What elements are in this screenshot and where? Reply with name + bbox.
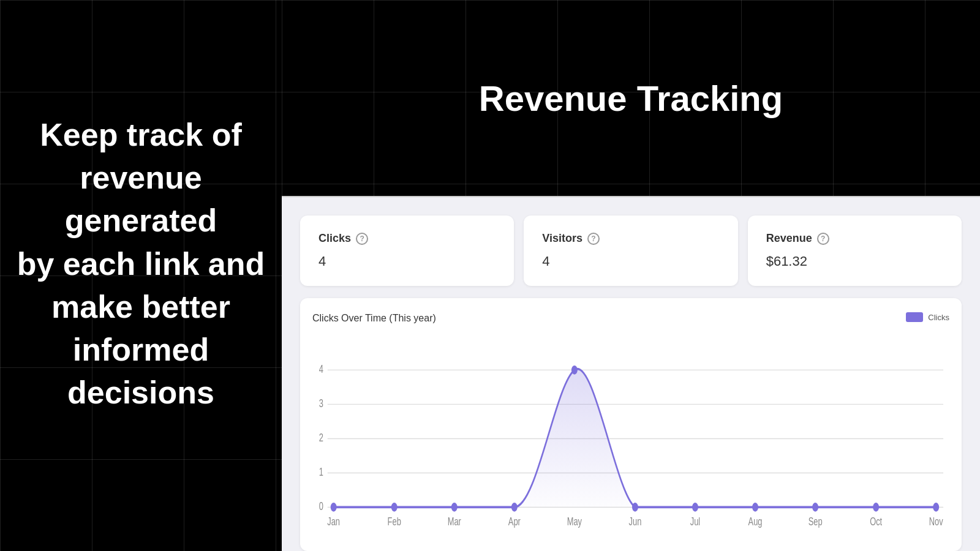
stat-label-clicks: Clicks (318, 232, 351, 245)
svg-text:Feb: Feb (388, 514, 401, 527)
svg-point-10 (331, 503, 337, 512)
tagline-container: Keep track of revenue generated by each … (0, 113, 282, 414)
svg-point-13 (511, 503, 518, 512)
svg-point-14 (571, 365, 578, 375)
svg-text:Jul: Jul (690, 514, 700, 527)
svg-text:Nov: Nov (929, 514, 944, 527)
chart-legend: Clicks (906, 312, 949, 322)
svg-text:Aug: Aug (748, 514, 763, 527)
stat-label-revenue: Revenue (766, 232, 812, 245)
svg-point-12 (451, 503, 458, 512)
tagline-line-2: revenue generated (12, 156, 270, 242)
svg-text:0: 0 (319, 499, 323, 512)
stat-value-visitors: 4 (542, 253, 719, 269)
page-title: Revenue Tracking (479, 78, 783, 119)
chart-svg-container: 0 1 2 3 4 (312, 331, 949, 539)
svg-text:2: 2 (319, 430, 323, 443)
svg-point-17 (752, 503, 758, 512)
chart-title: Clicks Over Time (This year) (312, 313, 436, 324)
stat-card-visitors-header: Visitors ? (542, 232, 719, 245)
svg-text:Mar: Mar (448, 514, 462, 527)
svg-point-20 (933, 503, 939, 512)
svg-text:Sep: Sep (809, 514, 823, 527)
tagline-line-5: informed decisions (12, 328, 270, 414)
tagline-line-4: make better (12, 285, 270, 328)
stat-card-clicks-header: Clicks ? (318, 232, 496, 245)
dashboard-section: Clicks ? 4 Visitors ? 4 Revenue ? $61.32 (282, 197, 980, 551)
stat-label-visitors: Visitors (542, 232, 582, 245)
legend-label-clicks: Clicks (928, 313, 949, 322)
stat-card-revenue: Revenue ? $61.32 (748, 216, 962, 286)
svg-text:Jan: Jan (327, 514, 340, 527)
stat-card-clicks: Clicks ? 4 (300, 216, 514, 286)
tagline-line-1: Keep track of (12, 113, 270, 156)
stat-card-visitors: Visitors ? 4 (524, 216, 737, 286)
svg-text:1: 1 (319, 465, 323, 478)
stat-value-clicks: 4 (318, 253, 496, 269)
svg-text:3: 3 (319, 396, 323, 409)
legend-color-clicks (906, 312, 923, 322)
svg-point-18 (812, 503, 818, 512)
stat-card-revenue-header: Revenue ? (766, 232, 943, 245)
chart-svg: 0 1 2 3 4 (312, 331, 949, 539)
svg-text:Jun: Jun (629, 514, 642, 527)
svg-point-16 (692, 503, 698, 512)
svg-text:May: May (567, 514, 582, 527)
left-panel: Keep track of revenue generated by each … (0, 0, 282, 551)
chart-container: Clicks Over Time (This year) Clicks 0 1 … (300, 298, 962, 551)
svg-point-19 (873, 503, 879, 512)
stats-row: Clicks ? 4 Visitors ? 4 Revenue ? $61.32 (300, 216, 962, 286)
top-section: Revenue Tracking (282, 0, 980, 196)
right-panel: Revenue Tracking Clicks ? 4 Visitors ? 4 (282, 0, 980, 551)
help-icon-visitors[interactable]: ? (587, 233, 600, 245)
svg-point-11 (391, 503, 398, 512)
help-icon-revenue[interactable]: ? (817, 233, 829, 245)
tagline-line-3: by each link and (12, 242, 270, 285)
svg-text:4: 4 (319, 362, 323, 375)
svg-text:Apr: Apr (508, 514, 521, 527)
help-icon-clicks[interactable]: ? (356, 233, 368, 245)
svg-point-15 (632, 503, 638, 512)
svg-text:Oct: Oct (870, 514, 882, 527)
stat-value-revenue: $61.32 (766, 253, 943, 269)
